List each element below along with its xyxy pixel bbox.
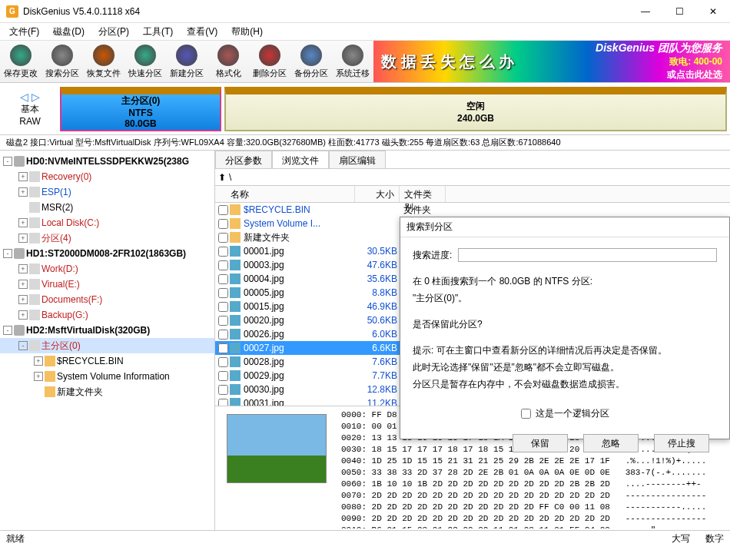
banner-text: 数 据 丢 失 怎 么 办 [381, 51, 514, 72]
toolbar-button[interactable]: 格式化 [207, 41, 249, 82]
file-checkbox[interactable] [218, 288, 228, 298]
toolbar-label: 恢复文件 [87, 68, 121, 79]
tab[interactable]: 扇区编辑 [329, 151, 386, 168]
menu-item[interactable]: 工具(T) [137, 24, 179, 40]
expand-icon[interactable]: + [18, 187, 28, 197]
path-text: \ [229, 172, 231, 183]
tree-label: Recovery(0) [41, 171, 91, 182]
tree-node[interactable]: -HD2:MsftVirtualDisk(320GB) [0, 323, 214, 338]
expand-icon[interactable]: - [3, 249, 12, 258]
tab[interactable]: 浏览文件 [272, 151, 329, 168]
status-caps: 大写 [672, 532, 690, 545]
expand-icon[interactable]: + [34, 372, 43, 381]
menu-item[interactable]: 帮助(H) [225, 24, 269, 40]
part-main-size: 80.0GB [124, 118, 156, 129]
file-checkbox[interactable] [218, 260, 228, 270]
toolbar-button[interactable]: 快速分区 [124, 41, 166, 82]
file-type: 文件夹 [403, 204, 450, 217]
file-size: 7.6KB [359, 356, 403, 367]
tree-label: 分区(4) [41, 232, 71, 245]
close-button[interactable]: ✕ [702, 4, 724, 19]
expand-icon[interactable]: - [18, 341, 28, 350]
ad-banner[interactable]: 数 据 丢 失 怎 么 办 DiskGenius 团队为您服务 致电: 400-… [373, 41, 730, 82]
file-checkbox[interactable] [218, 385, 228, 395]
toolbar-button[interactable]: 备份分区 [290, 41, 332, 82]
tree-node[interactable]: +Backup(G:) [0, 307, 214, 323]
expand-icon[interactable]: - [3, 157, 12, 166]
file-name: 00020.jpg [244, 315, 359, 326]
tree-node[interactable]: -主分区(0) [0, 338, 214, 353]
tab[interactable]: 分区参数 [215, 151, 272, 168]
keep-button[interactable]: 保留 [513, 434, 568, 452]
col-name[interactable]: 名称 [226, 186, 355, 202]
menu-item[interactable]: 查看(V) [181, 24, 224, 40]
tree-node[interactable]: -HD1:ST2000DM008-2FR102(1863GB) [0, 246, 214, 261]
minimize-button[interactable]: — [635, 4, 656, 19]
file-checkbox[interactable] [218, 233, 228, 243]
file-checkbox[interactable] [218, 316, 228, 326]
tree-node[interactable]: MSR(2) [0, 200, 214, 215]
menu-item[interactable]: 磁盘(D) [47, 24, 91, 40]
progress-bar [458, 248, 717, 262]
file-checkbox[interactable] [218, 205, 228, 215]
tree-node[interactable]: +System Volume Information [0, 369, 214, 384]
ignore-button[interactable]: 忽略 [583, 434, 639, 452]
expand-icon[interactable]: + [18, 172, 28, 181]
expand-icon[interactable]: + [18, 280, 28, 289]
stop-button[interactable]: 停止搜 [654, 434, 709, 452]
toolbar-button[interactable]: 删除分区 [249, 41, 290, 82]
expand-icon[interactable]: + [18, 295, 28, 304]
file-checkbox[interactable] [218, 302, 228, 312]
tree-node[interactable]: +Virual(E:) [0, 277, 214, 292]
expand-icon[interactable]: + [18, 234, 28, 243]
partition-main[interactable]: 主分区(0) NTFS 80.0GB [60, 87, 221, 131]
toolbar-button[interactable]: 恢复文件 [83, 41, 124, 82]
partition-free[interactable]: 空闲 240.0GB [224, 87, 727, 131]
tree-node[interactable]: +Work(D:) [0, 261, 214, 277]
tree-node[interactable]: 新建文件夹 [0, 384, 214, 399]
menu-item[interactable]: 分区(P) [92, 24, 135, 40]
file-checkbox[interactable] [218, 330, 228, 340]
toolbar-button[interactable]: 保存更改 [0, 41, 41, 82]
tree-node[interactable]: -HD0:NVMeINTELSSDPEKKW25(238G [0, 154, 214, 169]
tree-node[interactable]: +$RECYCLE.BIN [0, 353, 214, 369]
jpg-icon [230, 343, 241, 353]
dlg-hint1: 提示: 可在主窗口中查看新分区的详细情况后再决定是否保留。 [413, 342, 717, 359]
toolbar-label: 备份分区 [294, 68, 328, 79]
file-checkbox[interactable] [218, 274, 228, 284]
col-size[interactable]: 大小 [355, 186, 400, 202]
file-row[interactable]: $RECYCLE.BIN文件夹 [215, 203, 730, 217]
expand-icon[interactable]: + [18, 264, 28, 273]
tree-node[interactable]: +ESP(1) [0, 184, 214, 200]
toolbar-button[interactable]: 系统迁移 [332, 41, 373, 82]
col-type[interactable]: 文件类别 [400, 186, 446, 202]
tree-panel[interactable]: -HD0:NVMeINTELSSDPEKKW25(238G+Recovery(0… [0, 151, 215, 530]
expand-icon[interactable]: + [18, 218, 28, 227]
file-checkbox[interactable] [218, 343, 228, 353]
toolbar-button[interactable]: 搜索分区 [41, 41, 83, 82]
path-row: ⬆ \ [215, 169, 730, 186]
expand-icon[interactable]: + [18, 310, 28, 320]
expand-icon[interactable]: - [3, 326, 12, 335]
toolbar-button[interactable]: 新建分区 [166, 41, 207, 82]
tree-node[interactable]: +分区(4) [0, 230, 214, 246]
nav-arrows[interactable]: ◁ ▷ [3, 91, 57, 103]
logical-checkbox[interactable] [521, 409, 531, 419]
up-icon[interactable]: ⬆ [218, 172, 226, 183]
file-checkbox[interactable] [218, 357, 228, 367]
file-size: 6.0KB [359, 329, 403, 340]
file-size: 7.7KB [359, 370, 403, 381]
dialog-title: 搜索到分区 [400, 217, 729, 237]
tree-node[interactable]: +Local Disk(C:) [0, 215, 214, 230]
file-checkbox[interactable] [218, 219, 228, 229]
file-checkbox[interactable] [218, 247, 228, 257]
tree-node[interactable]: +Documents(F:) [0, 292, 214, 307]
tree-node[interactable]: +Recovery(0) [0, 169, 214, 184]
menu-item[interactable]: 文件(F) [3, 24, 45, 40]
file-size: 30.5KB [359, 246, 403, 257]
expand-icon[interactable]: + [34, 356, 43, 366]
file-checkbox[interactable] [218, 399, 228, 406]
maximize-button[interactable]: ☐ [669, 4, 690, 19]
file-checkbox[interactable] [218, 371, 228, 381]
toolbar-label: 格式化 [216, 68, 241, 79]
